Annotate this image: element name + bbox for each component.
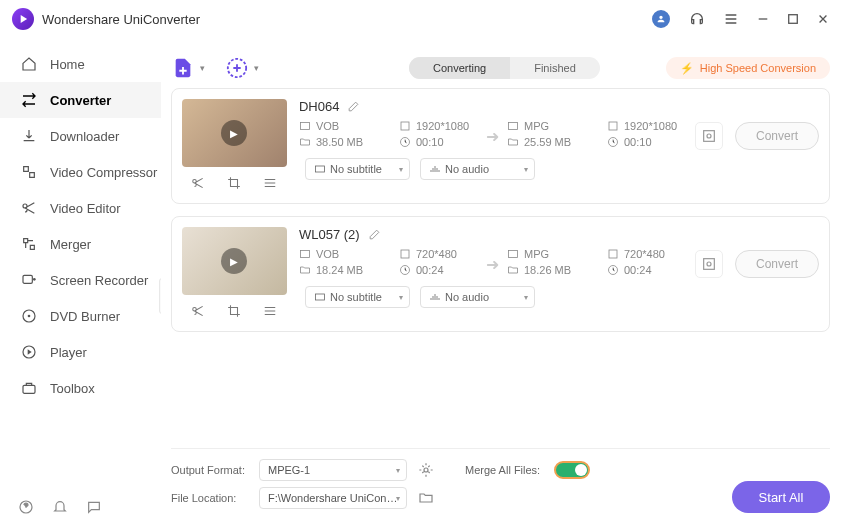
arrow-icon: ➜	[483, 255, 503, 274]
nav-label: Screen Recorder	[50, 273, 148, 288]
nav-dvd[interactable]: DVD Burner	[0, 298, 161, 334]
effects-icon[interactable]	[260, 173, 280, 193]
merge-toggle[interactable]	[554, 461, 590, 479]
file-location-label: File Location:	[171, 492, 249, 504]
svg-point-2	[33, 278, 36, 281]
gear-icon[interactable]	[417, 461, 435, 479]
nav-label: Home	[50, 57, 85, 72]
nav-label: Converter	[50, 93, 111, 108]
home-icon	[20, 55, 38, 73]
convert-button[interactable]: Convert	[735, 250, 819, 278]
maximize-button[interactable]	[786, 12, 800, 26]
play-icon	[20, 343, 38, 361]
svg-point-25	[707, 262, 711, 266]
converter-icon	[20, 91, 38, 109]
svg-point-16	[707, 134, 711, 138]
nav-toolbox[interactable]: Toolbox	[0, 370, 161, 406]
nav-label: Toolbox	[50, 381, 95, 396]
audio-select[interactable]: No audio▾	[420, 286, 535, 308]
hs-label: High Speed Conversion	[700, 62, 816, 74]
file-card: ▶ DH064 VOB 1920*1080 38.5	[171, 88, 830, 204]
nav-player[interactable]: Player	[0, 334, 161, 370]
in-size: 38.50 MB	[316, 136, 363, 148]
trim-icon[interactable]	[188, 301, 208, 321]
app-logo	[12, 8, 34, 30]
play-overlay-icon: ▶	[221, 248, 247, 274]
in-duration: 00:10	[416, 136, 444, 148]
headset-icon[interactable]	[689, 11, 705, 27]
add-circle-button[interactable]: ▾	[225, 56, 249, 80]
bell-icon[interactable]	[52, 499, 68, 515]
svg-point-4	[28, 315, 31, 318]
nav-label: Video Compressor	[50, 165, 157, 180]
disc-icon	[20, 307, 38, 325]
nav-label: Downloader	[50, 129, 119, 144]
help-icon[interactable]	[18, 499, 34, 515]
out-size: 25.59 MB	[524, 136, 571, 148]
out-resolution: 720*480	[624, 248, 665, 260]
menu-icon[interactable]	[723, 11, 739, 27]
out-resolution: 1920*1080	[624, 120, 677, 132]
crop-icon[interactable]	[224, 173, 244, 193]
svg-rect-26	[315, 294, 324, 300]
svg-rect-9	[300, 123, 309, 130]
tab-finished[interactable]: Finished	[510, 57, 600, 79]
svg-point-27	[424, 468, 428, 472]
nav-downloader[interactable]: Downloader	[0, 118, 161, 154]
high-speed-toggle[interactable]: ⚡High Speed Conversion	[666, 57, 830, 79]
chevron-down-icon: ▾	[200, 63, 205, 73]
svg-rect-6	[23, 385, 35, 393]
user-avatar[interactable]	[652, 10, 670, 28]
in-format: VOB	[316, 120, 339, 132]
subtitle-select[interactable]: No subtitle▾	[305, 286, 410, 308]
subtitle-select[interactable]: No subtitle▾	[305, 158, 410, 180]
output-format-label: Output Format:	[171, 464, 249, 476]
add-file-button[interactable]: ▾	[171, 56, 195, 80]
svg-rect-18	[300, 251, 309, 258]
chat-icon[interactable]	[86, 499, 102, 515]
merge-icon	[20, 235, 38, 253]
chevron-down-icon: ▾	[254, 63, 259, 73]
toolbox-icon	[20, 379, 38, 397]
scissors-icon	[20, 199, 38, 217]
effects-icon[interactable]	[260, 301, 280, 321]
nav-label: Video Editor	[50, 201, 121, 216]
nav-compressor[interactable]: Video Compressor	[0, 154, 161, 190]
audio-select[interactable]: No audio▾	[420, 158, 535, 180]
in-resolution: 1920*1080	[416, 120, 469, 132]
close-button[interactable]	[816, 12, 830, 26]
svg-rect-17	[315, 166, 324, 172]
in-duration: 00:24	[416, 264, 444, 276]
out-duration: 00:10	[624, 136, 652, 148]
video-thumbnail[interactable]: ▶	[182, 227, 287, 295]
nav-merger[interactable]: Merger	[0, 226, 161, 262]
out-format: MPG	[524, 120, 549, 132]
file-location-select[interactable]: F:\Wondershare UniConverter▾	[259, 487, 407, 509]
tab-converting[interactable]: Converting	[409, 57, 510, 79]
output-format-select[interactable]: MPEG-1▾	[259, 459, 407, 481]
file-settings-button[interactable]	[695, 250, 723, 278]
nav-home[interactable]: Home	[0, 46, 161, 82]
nav-label: DVD Burner	[50, 309, 120, 324]
nav-converter[interactable]: Converter	[0, 82, 161, 118]
trim-icon[interactable]	[188, 173, 208, 193]
svg-rect-19	[401, 250, 409, 258]
record-icon	[20, 271, 38, 289]
svg-rect-10	[401, 122, 409, 130]
file-settings-button[interactable]	[695, 122, 723, 150]
video-thumbnail[interactable]: ▶	[182, 99, 287, 167]
minimize-button[interactable]	[756, 12, 770, 26]
convert-button[interactable]: Convert	[735, 122, 819, 150]
nav-recorder[interactable]: Screen Recorder	[0, 262, 161, 298]
svg-rect-22	[609, 250, 617, 258]
edit-name-icon[interactable]	[347, 100, 360, 113]
file-card: ▶ WL057 (2) VOB 720*480 18	[171, 216, 830, 332]
out-duration: 00:24	[624, 264, 652, 276]
svg-rect-12	[508, 123, 517, 130]
start-all-button[interactable]: Start All	[732, 481, 830, 513]
folder-icon[interactable]	[417, 489, 435, 507]
svg-rect-1	[23, 275, 32, 283]
edit-name-icon[interactable]	[368, 228, 381, 241]
crop-icon[interactable]	[224, 301, 244, 321]
nav-editor[interactable]: Video Editor	[0, 190, 161, 226]
